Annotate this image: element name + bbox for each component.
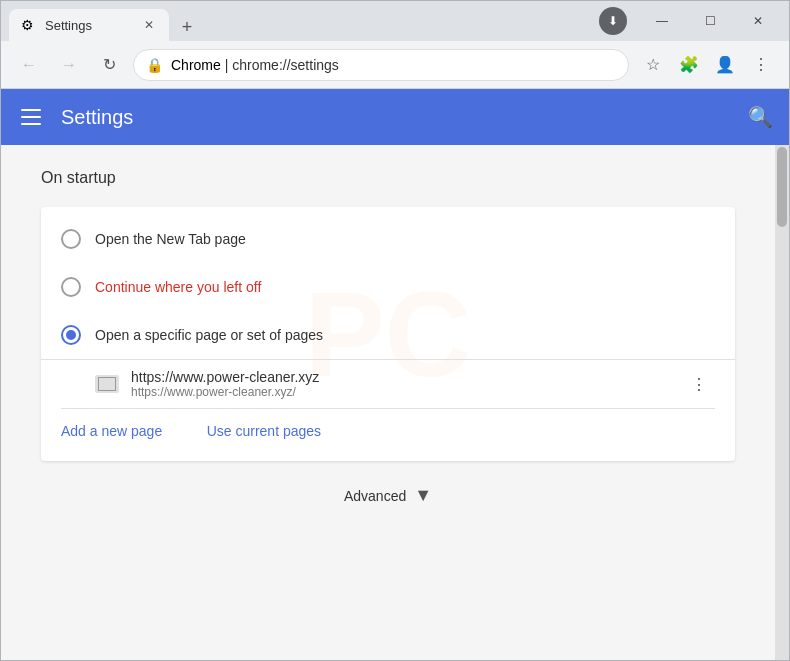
tab-favicon: ⚙: [21, 17, 37, 33]
hamburger-line-3: [21, 123, 41, 125]
browser-window: ⚙ Settings ✕ + ⬇ — ☐ ✕ ← → ↻ 🔒 Chrome | …: [0, 0, 790, 661]
radio-new-tab[interactable]: [61, 229, 81, 249]
search-button[interactable]: 🔍: [748, 105, 773, 129]
radio-option-specific[interactable]: Open a specific page or set of pages: [41, 311, 735, 359]
url-host: Chrome: [171, 57, 221, 73]
hamburger-line-2: [21, 116, 41, 118]
section-title: On startup: [41, 169, 735, 187]
hamburger-menu-button[interactable]: [17, 105, 45, 129]
radio-label-continue: Continue where you left off: [95, 279, 261, 295]
hamburger-line-1: [21, 109, 41, 111]
navigation-bar: ← → ↻ 🔒 Chrome | chrome://settings ☆ 🧩 👤…: [1, 41, 789, 89]
radio-option-new-tab[interactable]: Open the New Tab page: [41, 215, 735, 263]
radio-specific[interactable]: [61, 325, 81, 345]
lock-icon: 🔒: [146, 57, 163, 73]
use-current-pages-button[interactable]: Use current pages: [187, 409, 341, 453]
address-bar[interactable]: 🔒 Chrome | chrome://settings: [133, 49, 629, 81]
page-info: https://www.power-cleaner.xyz https://ww…: [131, 369, 671, 399]
minimize-button[interactable]: —: [639, 5, 685, 37]
reload-button[interactable]: ↻: [93, 49, 125, 81]
advanced-arrow-icon: ▼: [414, 485, 432, 506]
page-url-main: https://www.power-cleaner.xyz: [131, 369, 671, 385]
download-indicator: ⬇: [599, 7, 627, 35]
scrollbar[interactable]: [775, 145, 789, 660]
radio-option-continue[interactable]: Continue where you left off: [41, 263, 735, 311]
page-icon: [95, 375, 119, 393]
radio-label-new-tab: Open the New Tab page: [95, 231, 246, 247]
back-button[interactable]: ←: [13, 49, 45, 81]
main-content: On startup PC Open the New Tab page Cont…: [1, 145, 789, 660]
forward-button[interactable]: →: [53, 49, 85, 81]
active-tab[interactable]: ⚙ Settings ✕: [9, 9, 169, 41]
radio-continue[interactable]: [61, 277, 81, 297]
tab-bar: ⚙ Settings ✕ +: [9, 1, 599, 41]
title-bar: ⚙ Settings ✕ + ⬇ — ☐ ✕: [1, 1, 789, 41]
url-separator: |: [221, 57, 232, 73]
app-header: Settings 🔍: [1, 89, 789, 145]
advanced-label: Advanced: [344, 488, 406, 504]
tab-title: Settings: [45, 18, 133, 33]
maximize-button[interactable]: ☐: [687, 5, 733, 37]
add-new-page-button[interactable]: Add a new page: [41, 409, 182, 453]
scrollbar-thumb[interactable]: [777, 147, 787, 227]
nav-actions: ☆ 🧩 👤 ⋮: [637, 49, 777, 81]
page-entry: https://www.power-cleaner.xyz https://ww…: [41, 359, 735, 408]
tab-close-button[interactable]: ✕: [141, 17, 157, 33]
radio-label-specific: Open a specific page or set of pages: [95, 327, 323, 343]
startup-options-card: PC Open the New Tab page Continue where …: [41, 207, 735, 461]
window-controls: — ☐ ✕: [639, 5, 781, 37]
header-left: Settings: [17, 105, 133, 129]
extensions-button[interactable]: 🧩: [673, 49, 705, 81]
advanced-section: Advanced ▼: [41, 485, 735, 506]
chrome-menu-button[interactable]: ⋮: [745, 49, 777, 81]
url-path: chrome://settings: [232, 57, 339, 73]
profile-button[interactable]: 👤: [709, 49, 741, 81]
page-url-sub: https://www.power-cleaner.xyz/: [131, 385, 671, 399]
download-icon: ⬇: [608, 14, 618, 28]
address-url: Chrome | chrome://settings: [171, 57, 339, 73]
app-title: Settings: [61, 106, 133, 129]
new-tab-button[interactable]: +: [173, 13, 201, 41]
page-menu-button[interactable]: ⋮: [683, 368, 715, 400]
content-area: On startup PC Open the New Tab page Cont…: [1, 145, 775, 660]
close-button[interactable]: ✕: [735, 5, 781, 37]
bookmark-button[interactable]: ☆: [637, 49, 669, 81]
